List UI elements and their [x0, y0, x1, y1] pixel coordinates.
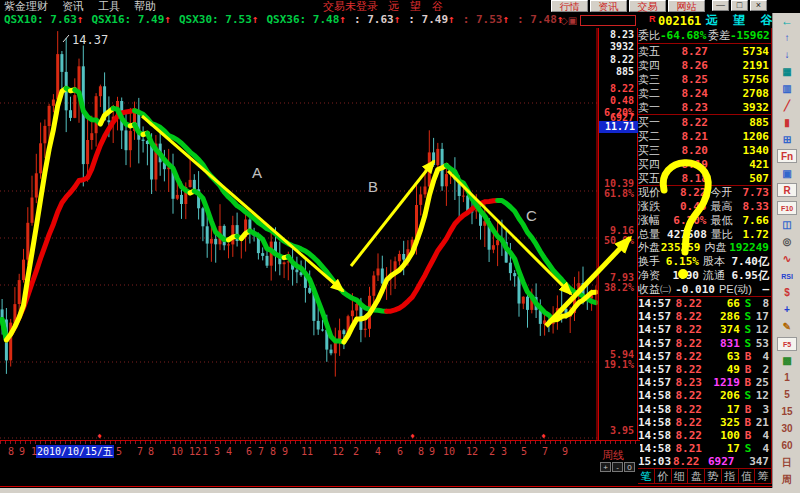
fn-key-icon[interactable]: Fn — [773, 148, 800, 165]
axis-value-3: 885 — [616, 66, 634, 77]
date-cell[interactable]: 2010/10/15/五 — [36, 445, 114, 458]
trade-volume: 17 — [702, 442, 740, 455]
blocks-icon[interactable]: ▩ — [773, 352, 800, 369]
period-5min[interactable]: 5 — [773, 386, 800, 403]
menu-item-3[interactable]: 帮助 — [134, 0, 156, 13]
minimize-button[interactable]: — — [712, 0, 729, 11]
stat-row: 净资1.90流通6.95亿 — [638, 269, 771, 283]
f10-key-icon[interactable]: F10 — [773, 199, 800, 216]
bid-row: 买二8.211206 — [638, 129, 771, 143]
trend-chart-icon[interactable]: ╱ — [773, 97, 800, 114]
panel-tab-值[interactable]: 值 — [738, 469, 755, 483]
stat-label: 内盘 — [700, 240, 729, 255]
menu-bar: 紫金理财资讯工具帮助 — [4, 0, 156, 13]
info-r-icon[interactable]: R — [773, 182, 800, 199]
menu-item-2[interactable]: 工具 — [98, 0, 120, 13]
f5-key-icon[interactable]: F5 — [773, 335, 800, 352]
trade-count: 12 — [756, 389, 771, 402]
stat-label: 股本 — [699, 254, 732, 269]
trade-price: 8.22 — [670, 310, 702, 323]
period-1min-glyph: 1 — [784, 372, 790, 383]
nav-button-3[interactable]: 网站 — [668, 0, 705, 12]
fn-key-icon-glyph: Fn — [777, 149, 797, 163]
panel-tab-笔[interactable]: 笔 — [638, 469, 654, 483]
ask-row: 卖二8.242708 — [638, 86, 771, 100]
page-icon[interactable]: ◫ — [773, 216, 800, 233]
stat-value: 7.73 — [742, 186, 771, 199]
scroll-up-icon[interactable]: ↑ — [773, 29, 800, 46]
scroll-down-icon-glyph: ↓ — [785, 49, 790, 60]
period-day[interactable]: 日 — [773, 454, 800, 471]
panel-tab-价[interactable]: 价 — [654, 469, 671, 483]
zoom-out-button[interactable]: - — [612, 462, 623, 472]
back-arrow-icon[interactable]: ← — [773, 13, 800, 29]
code-input[interactable] — [580, 15, 636, 26]
x-axis-label-7: 12 — [189, 446, 201, 457]
panel-tab-细[interactable]: 细 — [671, 469, 688, 483]
move-cross-icon[interactable]: + — [773, 301, 800, 318]
close-button[interactable]: × — [750, 0, 767, 11]
x-axis-label-27: 7 — [542, 446, 548, 457]
kline-chart-icon[interactable]: ▮ — [773, 114, 800, 131]
book-price: 8.26 — [668, 59, 708, 72]
book-volume: 1340 — [708, 144, 771, 157]
x-axis-label-25: 3 — [501, 446, 507, 457]
wave-icon[interactable]: ∿ — [773, 250, 800, 267]
trade-row: 14:578.22374S12 — [638, 323, 771, 336]
ask-levels: 卖五8.275734卖四8.262191卖三8.255756卖二8.242708… — [638, 44, 771, 115]
draw-pencil-icon-glyph: ✎ — [783, 321, 791, 332]
price-chart[interactable]: 14.37 — [0, 28, 598, 440]
period-label: 周线 — [602, 448, 624, 463]
trade-row: 14:588.22100B4 — [638, 429, 771, 442]
zoom-icon[interactable]: ◎ — [773, 233, 800, 250]
trade-volume: 325 — [702, 416, 740, 429]
rsi-icon[interactable]: RSI — [773, 267, 800, 284]
period-1min[interactable]: 1 — [773, 369, 800, 386]
quote-grid-icon[interactable]: ▥ — [773, 80, 800, 97]
period-60min[interactable]: 60 — [773, 437, 800, 454]
trade-volume: 1219 — [702, 376, 740, 389]
trade-count: 12 — [756, 323, 771, 336]
nav-button-1[interactable]: 资讯 — [590, 0, 627, 12]
draw-pencil-icon[interactable]: ✎ — [773, 318, 800, 335]
nav-button-0[interactable]: 行情 — [551, 0, 588, 12]
market-board-icon[interactable]: ▦ — [773, 63, 800, 80]
restore-button[interactable]: □ — [731, 0, 748, 11]
panel-tab-势[interactable]: 势 — [704, 469, 721, 483]
stat-row: 现价8.22今开7.73 — [638, 186, 771, 200]
panel-tab-指[interactable]: 指 — [721, 469, 738, 483]
menu-item-0[interactable]: 紫金理财 — [4, 0, 48, 13]
zoom-reset-button[interactable]: 0 — [624, 462, 635, 472]
zoom-in-button[interactable]: + — [600, 462, 611, 472]
book-volume: 421 — [708, 158, 771, 171]
trade-count: 4 — [756, 429, 771, 442]
trade-time: 14:57 — [638, 310, 670, 323]
indicator-item-7: : 7.48↑ — [517, 13, 563, 26]
trade-price: 8.22 — [670, 297, 702, 310]
panel-tab-筹[interactable]: 筹 — [754, 469, 771, 483]
weibi-label: 委比 — [638, 28, 660, 43]
period-15min[interactable]: 15 — [773, 403, 800, 420]
scroll-down-icon[interactable]: ↓ — [773, 46, 800, 63]
trade-count: 4 — [756, 350, 771, 363]
period-30min-glyph: 30 — [781, 423, 792, 434]
nav-button-2[interactable]: 交易 — [629, 0, 666, 12]
grid-lines — [0, 103, 598, 438]
stat-value: 8.22 — [667, 186, 706, 199]
stock-code: 002161 — [658, 14, 701, 28]
trade-time: 14:57 — [638, 323, 670, 336]
x-axis-label-11: 6 — [246, 446, 252, 457]
trade-direction: B — [740, 350, 756, 363]
x-axis-label-16: 12 — [332, 446, 344, 457]
stat-label: 涨幅 — [638, 213, 667, 228]
bid-row: 买三8.201340 — [638, 143, 771, 157]
period-week[interactable]: 周 — [773, 471, 800, 488]
panel-tab-盘[interactable]: 盘 — [687, 469, 704, 483]
report-icon[interactable]: ▣ — [773, 165, 800, 182]
money-icon[interactable]: $ — [773, 284, 800, 301]
period-30min[interactable]: 30 — [773, 420, 800, 437]
indicator-item-0: QSX10: 7.63↑ — [4, 13, 83, 26]
matrix-icon[interactable]: ⊞ — [773, 131, 800, 148]
wave-icon-glyph: ∿ — [783, 253, 791, 264]
menu-item-1[interactable]: 资讯 — [62, 0, 84, 13]
